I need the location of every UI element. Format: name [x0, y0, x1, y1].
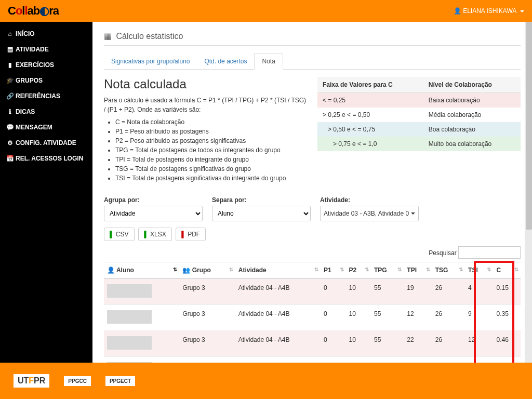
sidebar-icon: ⚙	[6, 139, 14, 147]
search-label: Pesquisar	[429, 249, 456, 257]
col-p1[interactable]: P1⇅	[321, 262, 346, 279]
atividade-label: Atividade:	[320, 196, 419, 204]
legend-row: < = 0,25Baixa colaboração	[317, 93, 521, 108]
file-icon: ▌	[144, 231, 149, 238]
table-row: Grupo 3Atividade 04 - A4B01055192640.15	[104, 278, 521, 305]
file-icon: ▌	[181, 231, 186, 238]
col-grupo[interactable]: 👥 Grupo⇅	[179, 262, 235, 279]
sort-icon: ⇅	[397, 267, 401, 272]
user-icon: 👤	[107, 267, 115, 274]
table-row: Grupo 3Atividade 04 - A4B0105522610.04	[104, 357, 521, 363]
tab-0[interactable]: Signicativas por grupo/aluno	[104, 54, 197, 69]
user-icon: 👤	[454, 7, 461, 15]
variable-item: P2 = Peso atribuido as postagens signifi…	[115, 136, 307, 145]
sort-icon: ⇅	[426, 267, 429, 272]
sidebar-item-0[interactable]: ⌂INÍCIO	[0, 26, 92, 42]
chevron-down-icon	[411, 212, 415, 215]
separa-select[interactable]: Aluno	[212, 206, 311, 221]
scrollbar-thumb[interactable]	[526, 22, 532, 230]
variable-item: TSG = Total de postagens significativas …	[115, 164, 307, 174]
user-name: ELIANA ISHIKAWA	[463, 7, 516, 15]
sort-icon: ⇅	[514, 267, 517, 272]
sidebar-icon: 💬	[6, 124, 14, 131]
aluno-placeholder	[107, 336, 152, 350]
sidebar-item-7[interactable]: ⚙CONFIG. ATIVIDADE	[0, 135, 92, 151]
table-row: Grupo 3Atividade 04 - A4B01055122690.35	[104, 305, 521, 331]
agrupa-label: Agrupa por:	[104, 196, 203, 204]
sidebar-icon: 🎓	[6, 77, 14, 84]
separa-label: Separa por:	[212, 196, 311, 204]
legend-row: > 0,50 e < = 0,75Boa colaboração	[317, 122, 521, 137]
aluno-placeholder	[107, 310, 152, 324]
export-xlsx-button[interactable]: ▌ XLSX	[138, 228, 172, 241]
file-icon: ▌	[110, 231, 114, 238]
variable-item: TPI = Total de postagens do integrante d…	[115, 155, 307, 164]
group-icon: 👥	[182, 267, 190, 274]
sidebar-item-5[interactable]: ℹDICAS	[0, 104, 92, 119]
sidebar-item-4[interactable]: 🔗REFERÊNCIAS	[0, 88, 92, 104]
footer-logo-utfpr: UTFPR	[14, 374, 49, 388]
sidebar: ⌂INÍCIO▤ATIVIDADE▮EXERCÍCIOS🎓GRUPOS🔗REFE…	[0, 22, 92, 363]
page-title-text: Cálculo estatistico	[116, 32, 183, 41]
export-pdf-button[interactable]: ▌ PDF	[176, 228, 206, 241]
variable-item: P1 = Peso atribuido as postagens	[115, 127, 307, 136]
main-content: ▦ Cálculo estatistico Signicativas por g…	[92, 22, 532, 363]
legend-head-range: Faixa de Valores para C	[317, 77, 423, 93]
variable-item: C = Nota da colaboração	[115, 117, 307, 127]
logo: Collab◐ra	[8, 4, 59, 18]
legend-row: > 0,75 e < = 1,0Muito boa colaboração	[317, 137, 521, 151]
footer-logo-ppgcc: PPGCC	[64, 376, 91, 386]
legend-head-level: Nível de Colaboração	[423, 77, 521, 93]
sidebar-icon: ▤	[6, 46, 14, 53]
grid-icon: ▦	[104, 32, 112, 41]
variable-item: TSI = Total de postagens significativas …	[115, 174, 307, 183]
col-tsi[interactable]: TSI⇅	[465, 262, 493, 279]
sort-icon: ⇅	[459, 267, 462, 272]
sidebar-item-1[interactable]: ▤ATIVIDADE	[0, 42, 92, 57]
col-aluno[interactable]: 👤 Aluno⇅	[104, 262, 179, 279]
sort-icon: ⇅	[365, 267, 368, 272]
scrollbar[interactable]	[525, 22, 532, 363]
user-menu[interactable]: 👤 ELIANA ISHIKAWA	[454, 7, 524, 15]
sidebar-icon: ⌂	[6, 30, 14, 37]
sidebar-icon: 📅	[6, 155, 14, 162]
sort-icon: ⇅	[173, 267, 176, 272]
sort-icon: ⇅	[229, 267, 232, 272]
legend-table: Faixa de Valores para C Nível de Colabor…	[317, 77, 521, 151]
tab-2[interactable]: Nota	[254, 53, 283, 70]
search-row: Pesquisar	[104, 246, 521, 259]
export-csv-button[interactable]: ▌ CSV	[104, 228, 135, 241]
section-heading: Nota calculada	[104, 77, 307, 91]
col-c[interactable]: C⇅	[493, 262, 521, 279]
sidebar-item-6[interactable]: 💬MENSAGEM	[0, 119, 92, 135]
agrupa-select[interactable]: Atividade	[104, 206, 203, 221]
topbar: Collab◐ra 👤 ELIANA ISHIKAWA	[0, 0, 532, 22]
variable-list: C = Nota da colaboraçãoP1 = Peso atribui…	[115, 117, 307, 183]
filters: Agrupa por: Atividade Separa por: Aluno …	[104, 196, 521, 221]
sort-icon: ⇅	[314, 267, 317, 272]
atividade-dropdown[interactable]: Atividade 03 - A3B, Atividade 0	[320, 206, 419, 221]
footer: UTFPR PPGCC PPGECT	[0, 363, 532, 399]
footer-logo-ppgect: PPGECT	[105, 376, 135, 386]
sidebar-item-2[interactable]: ▮EXERCÍCIOS	[0, 57, 92, 73]
tabs: Signicativas por grupo/alunoQtd. de acer…	[104, 53, 521, 70]
aluno-placeholder	[107, 284, 152, 298]
variable-item: TPG = Total de postagens de todos os int…	[115, 145, 307, 155]
col-p2[interactable]: P2⇅	[346, 262, 371, 279]
page-title: ▦ Cálculo estatistico	[104, 31, 521, 46]
tab-1[interactable]: Qtd. de acertos	[197, 54, 254, 69]
table-row: Grupo 3Atividade 04 - A4B010552226120.46	[104, 331, 521, 357]
sidebar-item-8[interactable]: 📅REL. ACESSOS LOGIN	[0, 151, 92, 166]
search-input[interactable]	[458, 246, 521, 259]
col-tpi[interactable]: TPI⇅	[404, 262, 432, 279]
data-table: 👤 Aluno⇅👥 Grupo⇅Atividade⇅P1⇅P2⇅TPG⇅TPI⇅…	[104, 262, 521, 363]
formula-intro: Para o cálculo é usado a fórmula C = P1 …	[104, 96, 307, 114]
legend-row: > 0,25 e < = 0,50Média colaboração	[317, 108, 521, 122]
col-tsg[interactable]: TSG⇅	[432, 262, 465, 279]
col-atividade[interactable]: Atividade⇅	[235, 262, 321, 279]
sort-icon: ⇅	[340, 267, 343, 272]
sort-icon: ⇅	[487, 267, 490, 272]
sidebar-item-3[interactable]: 🎓GRUPOS	[0, 73, 92, 88]
atividade-value: Atividade 03 - A3B, Atividade 0	[324, 210, 409, 217]
col-tpg[interactable]: TPG⇅	[371, 262, 404, 279]
